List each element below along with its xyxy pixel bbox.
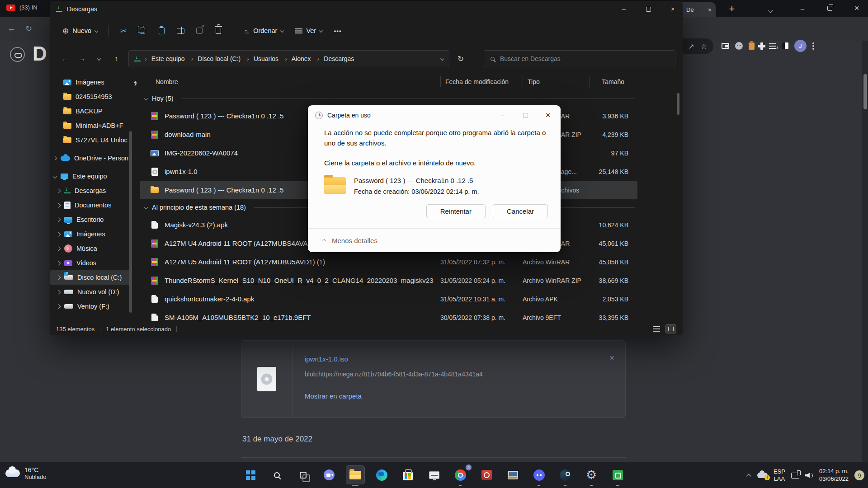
dialog-minimize-button[interactable]: –	[494, 108, 512, 123]
speaker-icon[interactable]	[805, 472, 813, 479]
profile-avatar[interactable]: J	[794, 40, 807, 52]
dialog-maximize-button[interactable]	[516, 108, 534, 123]
search-input[interactable]: Buscar en Descargas	[484, 50, 675, 67]
sidebar-item[interactable]: Documentos	[50, 198, 140, 212]
system-app-button[interactable]	[425, 465, 443, 484]
breadcrumb-item[interactable]: Usuarios	[245, 55, 281, 62]
address-dropdown-chevron[interactable]	[440, 57, 444, 61]
browser-scrollbar[interactable]	[862, 41, 868, 462]
expand-chevron-icon[interactable]	[57, 246, 61, 251]
expand-chevron-icon[interactable]	[57, 290, 61, 294]
group-header-today[interactable]: Hoy (5)	[140, 90, 637, 107]
refresh-button[interactable]: ↻	[453, 51, 468, 66]
less-details-link[interactable]: Menos detalles	[332, 237, 377, 244]
paste-button[interactable]	[153, 23, 170, 39]
sidebar-item[interactable]: Nuevo vol (D:)	[50, 285, 140, 299]
file-list-scrollbar-thumb[interactable]	[677, 93, 679, 115]
expand-chevron-icon[interactable]	[57, 304, 61, 309]
contrast-extension-icon[interactable]	[782, 42, 788, 49]
bookmark-star-icon[interactable]: ☆	[701, 42, 707, 51]
clipboard-extension-icon[interactable]	[749, 42, 755, 50]
new-button[interactable]: ⊕ Nuevo	[58, 22, 102, 39]
expand-chevron-icon[interactable]	[57, 188, 61, 193]
sidebar-scrollbar-thumb[interactable]	[129, 131, 132, 313]
sidebar-item[interactable]: S727VL U4 Unloc	[50, 133, 140, 147]
forward-button[interactable]: →	[74, 51, 90, 66]
discord-button[interactable]	[529, 465, 548, 484]
collapse-chevron-icon[interactable]	[144, 97, 148, 100]
pip-extension-icon[interactable]	[722, 43, 729, 49]
delete-button[interactable]	[210, 23, 226, 39]
cut-button[interactable]: ✂	[115, 23, 132, 39]
steam-button[interactable]	[556, 465, 575, 484]
dialog-close-button[interactable]: ×	[539, 108, 557, 123]
green-app-button[interactable]	[608, 465, 627, 484]
extensions-puzzle-icon[interactable]	[760, 42, 763, 50]
up-button[interactable]: ↑	[108, 51, 124, 66]
column-header[interactable]: Tamaño	[590, 76, 631, 87]
share-icon[interactable]: ↗	[688, 42, 694, 51]
sidebar-item[interactable]: Imágenes	[50, 227, 140, 241]
file-explorer-button[interactable]	[346, 465, 365, 484]
new-tab-button[interactable]: +	[725, 2, 739, 16]
sidebar-item[interactable]: Ventoy (F:)	[50, 299, 140, 314]
column-header[interactable]: Tipo	[523, 76, 590, 87]
file-row[interactable]: SM-A105M_A105MUBS5BTK2_10_e171b.9EFT 30/…	[140, 308, 637, 323]
settings-button[interactable]	[582, 465, 601, 484]
cancel-button[interactable]: Cancelar	[493, 204, 548, 218]
sidebar-item[interactable]: Imágenes	[50, 75, 140, 89]
chat-button[interactable]	[320, 465, 339, 484]
chrome-button[interactable]: J	[451, 465, 470, 484]
clock[interactable]: 02:14 p. m. 03/06/2022	[819, 468, 849, 483]
pc-app-button[interactable]	[503, 465, 522, 484]
language-indicator[interactable]: ESP LAA	[774, 468, 785, 483]
sidebar-item[interactable]: Minimal+ADB+F	[50, 118, 140, 133]
weather-widget[interactable]: 16°C Nublado	[5, 466, 46, 480]
expand-chevron-icon[interactable]	[57, 232, 61, 236]
retry-button[interactable]: Reintentar	[426, 204, 486, 218]
file-row[interactable]: A127M U5 Android 11 ROOT (A127MUBU5AVD1)…	[140, 253, 637, 271]
browser-back-icon[interactable]: ←	[7, 23, 16, 33]
column-header[interactable]: Nombre	[140, 78, 440, 85]
download-card-close-icon[interactable]: ×	[609, 353, 614, 363]
taskbar-search-button[interactable]	[267, 465, 286, 484]
red-app-button[interactable]	[477, 465, 496, 484]
browser-menu-icon[interactable]	[812, 42, 814, 44]
sidebar-item[interactable]: Disco local (C:)	[50, 270, 131, 285]
file-row[interactable]: quickshortcutmaker-2-4-0.apk 31/05/2022 …	[140, 290, 637, 308]
file-row[interactable]: ThundeRStormS_Kernel_S10_N10_OneUI_R_v4_…	[140, 271, 637, 290]
breadcrumb-item[interactable]: Disco local (C:)	[189, 55, 243, 62]
expand-chevron-icon[interactable]	[53, 174, 57, 178]
sidebar-item[interactable]: Videos	[50, 256, 140, 270]
show-in-folder-link[interactable]: Mostrar en carpeta	[305, 392, 362, 400]
browser-reload-icon[interactable]: ↻	[25, 23, 32, 33]
rename-button[interactable]	[172, 23, 189, 39]
column-header[interactable]: Fecha de modificación	[440, 76, 523, 87]
playlist-extension-icon[interactable]	[769, 43, 776, 49]
expand-chevron-icon[interactable]	[57, 261, 61, 265]
tab-close-icon[interactable]: ×	[708, 6, 712, 14]
microsoft-store-button[interactable]	[398, 465, 417, 484]
sidebar-item[interactable]: OneDrive - Person	[50, 151, 140, 165]
breadcrumb[interactable]: Este equipo Disco local (C:) Usuarios Ai…	[128, 50, 449, 67]
task-view-button[interactable]	[293, 465, 312, 484]
expand-chevron-icon[interactable]	[57, 203, 61, 207]
sort-button[interactable]: ↑↓ Ordenar	[240, 22, 288, 39]
details-view-icon[interactable]	[653, 326, 660, 332]
copy-button[interactable]	[134, 23, 151, 39]
more-options-button[interactable]: •••	[330, 23, 346, 39]
network-icon[interactable]	[791, 473, 799, 479]
sidebar-item[interactable]: 0245154953	[50, 89, 140, 104]
breadcrumb-item[interactable]: Este equipo	[142, 55, 187, 62]
notification-count-badge[interactable]: 9	[854, 470, 864, 480]
sidebar-item[interactable]: Descargas	[50, 183, 140, 198]
edge-button[interactable]	[372, 465, 391, 484]
expand-chevron-icon[interactable]	[57, 217, 61, 222]
expand-chevron-icon[interactable]	[53, 156, 57, 160]
recent-locations-chevron[interactable]	[91, 51, 107, 66]
sidebar-item[interactable]: Música	[50, 241, 140, 256]
large-icons-view-icon[interactable]	[665, 324, 676, 333]
koala-extension-icon[interactable]	[735, 42, 743, 50]
browser-close-button[interactable]: ×	[846, 0, 867, 16]
background-tab[interactable]: (33) IN	[6, 4, 38, 11]
